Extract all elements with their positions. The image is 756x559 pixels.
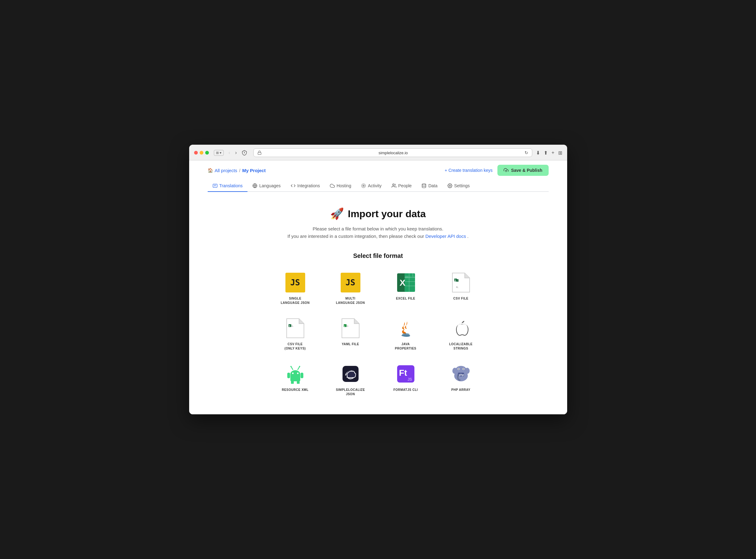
svg-rect-25 <box>408 276 411 278</box>
section-title: Select file format <box>270 252 486 260</box>
apple-icon <box>450 317 472 339</box>
breadcrumb-current-project: My Project <box>242 168 266 173</box>
format-yaml[interactable]: y a: YAML FILE <box>325 315 376 353</box>
format-formatjs[interactable]: Ft JS FORMATJS CLI <box>380 361 431 399</box>
nav-tabs: Translations Languages Integrations <box>208 180 549 192</box>
format-java[interactable]: JAVAPROPERTIES <box>380 315 431 353</box>
formatjs-icon: Ft JS <box>395 363 417 385</box>
format-csv-file[interactable]: a, X a, CSV FILE <box>436 269 486 308</box>
share-button[interactable]: ⬆ <box>544 150 548 156</box>
traffic-light-yellow[interactable] <box>200 151 203 155</box>
php-icon: php <box>450 363 472 385</box>
svg-rect-43 <box>297 380 299 384</box>
format-simplelocalize-json[interactable]: SIMPLELOCALIZEJSON <box>325 361 376 399</box>
excel-svg: X <box>396 273 416 292</box>
svg-text:y: y <box>344 325 345 327</box>
simplelocalize-icon <box>340 363 361 385</box>
svg-rect-24 <box>405 276 408 278</box>
svg-text:php: php <box>459 373 464 376</box>
sidebar-toggle-button[interactable]: ⊞ ▾ <box>214 150 224 156</box>
localizable-strings-label: LOCALIZABLESTRINGS <box>449 342 472 351</box>
format-resource-xml[interactable]: RESOURCE XML <box>270 361 320 399</box>
breadcrumb-separator: / <box>239 168 240 173</box>
tab-translations[interactable]: Translations <box>208 180 248 192</box>
format-single-language-json[interactable]: JS SINGLELANGUAGE JSON <box>270 269 320 308</box>
home-icon: 🏠 <box>208 168 213 173</box>
yaml-label: YAML FILE <box>341 342 359 346</box>
php-array-label: PHP ARRAY <box>451 388 471 392</box>
api-docs-link[interactable]: Developer API docs <box>425 233 466 239</box>
format-localizable-strings[interactable]: LOCALIZABLESTRINGS <box>436 315 486 353</box>
translations-icon <box>213 183 218 188</box>
tab-translations-label: Translations <box>219 183 243 188</box>
svg-text:X: X <box>400 278 405 288</box>
csv-file-label: CSV FILE <box>453 296 468 301</box>
svg-point-13 <box>449 185 450 186</box>
formatjs-svg: Ft JS <box>396 364 416 384</box>
tab-activity[interactable]: Activity <box>356 180 386 192</box>
all-projects-link[interactable]: All projects <box>215 168 237 173</box>
tab-activity-label: Activity <box>368 183 381 188</box>
shield-icon <box>242 150 247 155</box>
back-button[interactable]: ‹ <box>227 149 231 156</box>
multi-language-json-icon: JS <box>340 272 361 293</box>
import-header: 🚀 Import your data Please select a file … <box>208 207 549 240</box>
resource-xml-label: RESOURCE XML <box>282 388 309 392</box>
save-publish-label: Save & Publish <box>511 168 542 173</box>
traffic-light-red[interactable] <box>194 151 198 155</box>
tab-people[interactable]: People <box>387 180 417 192</box>
tab-people-label: People <box>398 183 412 188</box>
csv-only-keys-svg: X a, <box>285 317 305 339</box>
svg-rect-26 <box>412 276 415 278</box>
traffic-light-green[interactable] <box>205 151 209 155</box>
browser-chrome: ⊞ ▾ ‹ › simplelocalize.io ↻ <box>189 145 567 160</box>
svg-text:a,: a, <box>292 325 293 327</box>
svg-rect-19 <box>404 281 415 282</box>
subtitle-line2: If you are interested in a custom integr… <box>208 232 549 240</box>
new-tab-button[interactable]: + <box>551 150 554 155</box>
app-header: 🏠 All projects / My Project + Create tra… <box>189 160 567 192</box>
cloud-hosting-icon <box>330 183 335 188</box>
download-button[interactable]: ⬇ <box>536 150 540 156</box>
reload-button[interactable]: ↻ <box>525 150 528 155</box>
csv-file-icon: a, X a, <box>450 272 472 293</box>
single-language-json-icon: JS <box>285 272 306 293</box>
tab-languages[interactable]: Languages <box>247 180 285 192</box>
yaml-svg: y a: <box>341 317 360 339</box>
subtitle-line1: Please select a file format below in whi… <box>208 225 549 232</box>
svg-point-57 <box>452 368 457 374</box>
format-php[interactable]: php PHP ARRAY <box>436 361 486 399</box>
svg-text:a,: a, <box>456 285 459 288</box>
php-svg: php <box>451 364 471 384</box>
svg-point-0 <box>244 153 245 154</box>
activity-icon <box>361 183 366 188</box>
tab-hosting[interactable]: Hosting <box>325 180 356 192</box>
create-translation-keys-button[interactable]: + Create translation keys <box>445 168 492 173</box>
svg-rect-20 <box>404 286 415 286</box>
forward-button[interactable]: › <box>234 149 238 156</box>
tab-settings-label: Settings <box>454 183 470 188</box>
apple-svg <box>451 318 471 338</box>
svg-text:X: X <box>289 325 290 327</box>
tab-settings[interactable]: Settings <box>443 180 475 192</box>
csv-only-keys-label: CSV FILE(ONLY KEYS) <box>285 342 306 351</box>
format-grid: JS SINGLELANGUAGE JSON JS MULTILANGUAGE … <box>270 269 486 399</box>
svg-rect-41 <box>301 373 303 378</box>
svg-point-48 <box>290 366 292 367</box>
format-multi-language-json[interactable]: JS MULTILANGUAGE JSON <box>325 269 376 308</box>
simplelocalize-svg <box>341 364 360 384</box>
tab-data[interactable]: Data <box>417 180 443 192</box>
single-language-json-label: SINGLELANGUAGE JSON <box>281 296 310 305</box>
tab-integrations-label: Integrations <box>297 183 320 188</box>
settings-icon <box>447 183 452 188</box>
svg-point-58 <box>465 368 470 374</box>
excel-label: EXCEL FILE <box>396 296 415 301</box>
grid-button[interactable]: ⊞ <box>558 150 562 156</box>
address-bar[interactable]: simplelocalize.io ↻ <box>253 149 532 157</box>
java-icon <box>395 317 417 339</box>
tab-integrations[interactable]: Integrations <box>286 180 325 192</box>
save-publish-button[interactable]: Save & Publish <box>497 165 548 176</box>
svg-text:a:: a: <box>347 325 349 327</box>
format-excel[interactable]: X EXCEL FILE <box>380 269 431 308</box>
format-csv-only-keys[interactable]: X a, CSV FILE(ONLY KEYS) <box>270 315 320 353</box>
